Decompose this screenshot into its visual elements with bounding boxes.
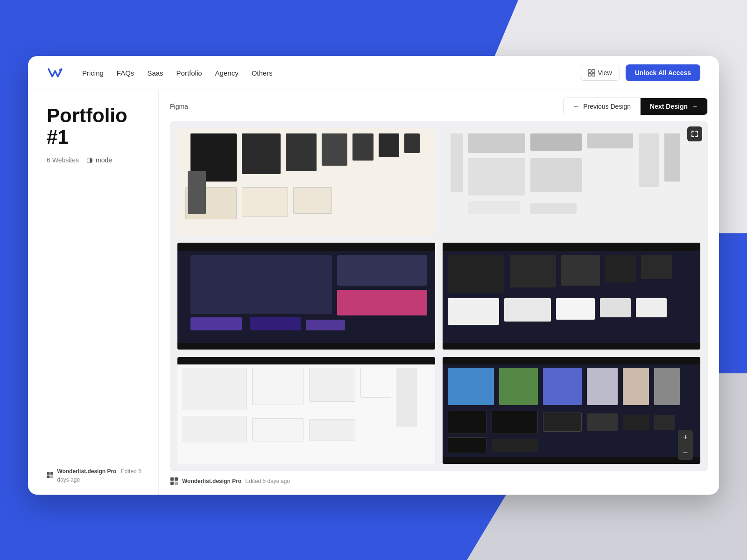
frame-3-content [177, 243, 435, 350]
bottom-brand: Wonderlist.design Pro [182, 478, 241, 484]
svg-rect-8 [50, 476, 53, 478]
nav-saas[interactable]: Saas [147, 69, 163, 77]
right-panel: Figma ← Previous Design Next Design → [159, 90, 719, 495]
nav-agency[interactable]: Agency [215, 69, 239, 77]
svg-rect-3 [588, 73, 591, 76]
navbar: Pricing FAQs Saas Portfolio Agency Other… [28, 56, 719, 90]
nav-others[interactable]: Others [252, 69, 273, 77]
expand-icon [691, 130, 698, 138]
nav-links: Pricing FAQs Saas Portfolio Agency Other… [82, 69, 565, 77]
frame-2 [443, 128, 700, 235]
unlock-button[interactable]: Unlock All Access [626, 64, 700, 81]
frame-5 [177, 357, 435, 464]
logo[interactable] [47, 66, 63, 79]
frame-3 [177, 243, 435, 350]
main-card: Pricing FAQs Saas Portfolio Agency Other… [28, 56, 719, 495]
left-panel: Portfolio #1 6 Websites ◑ mode Wonderl [28, 90, 159, 495]
prev-design-button[interactable]: ← Previous Design [563, 98, 641, 115]
website-count: 6 Websites [47, 156, 79, 164]
zoom-out-button[interactable]: − [678, 445, 693, 460]
svg-rect-5 [47, 472, 50, 475]
bottom-figma-icon [170, 477, 178, 485]
frame-1-content [177, 128, 435, 235]
footer-brand: Wonderlist.design Pro [57, 468, 118, 475]
arrow-right-icon: → [691, 103, 698, 110]
canvas-toolbar: Figma ← Previous Design Next Design → [159, 90, 719, 121]
frame-5-content [177, 357, 435, 464]
zoom-controls: + − [678, 430, 693, 460]
nav-faqs[interactable]: FAQs [117, 69, 134, 77]
nav-buttons: ← Previous Design Next Design → [563, 98, 708, 115]
frame-6 [443, 357, 700, 464]
svg-rect-9 [170, 477, 174, 481]
svg-rect-11 [170, 482, 174, 485]
svg-rect-7 [47, 476, 50, 478]
nav-portfolio[interactable]: Portfolio [176, 69, 202, 77]
frame-1 [177, 128, 435, 235]
grid-icon [588, 69, 595, 77]
frame-4-content [443, 243, 700, 350]
frame-6-content [443, 357, 700, 464]
bottom-edit: Edited 5 days ago [245, 478, 290, 484]
canvas-area: + − [170, 121, 708, 471]
next-design-button[interactable]: Next Design → [641, 98, 708, 115]
svg-point-0 [59, 69, 62, 71]
svg-rect-6 [50, 472, 53, 475]
zoom-in-button[interactable]: + [678, 430, 693, 445]
svg-rect-1 [588, 70, 591, 72]
prev-label: Previous Design [583, 103, 631, 110]
mode-icon: ◑ [86, 155, 93, 164]
svg-rect-2 [592, 70, 595, 72]
footer-text-group: Wonderlist.design Pro Edited 5 days ago [57, 467, 143, 483]
arrow-left-icon: ← [573, 103, 579, 110]
footer-info: Wonderlist.design Pro Edited 5 days ago [47, 467, 143, 483]
expand-button[interactable] [687, 126, 702, 141]
svg-rect-10 [175, 477, 178, 481]
logo-icon [47, 66, 63, 79]
bottom-bar: Wonderlist.design Pro Edited 5 days ago [159, 471, 719, 495]
page-meta: 6 Websites ◑ mode [47, 155, 143, 164]
nav-pricing[interactable]: Pricing [82, 69, 104, 77]
svg-rect-12 [175, 482, 178, 485]
view-button[interactable]: View [580, 65, 620, 81]
frame-4 [443, 243, 700, 350]
page-title: Portfolio #1 [47, 105, 143, 148]
next-label: Next Design [650, 103, 688, 110]
figma-label: Figma [170, 103, 188, 110]
footer-logo-icon [47, 471, 53, 479]
nav-actions: View Unlock All Access [580, 64, 700, 81]
mode-label: mode [96, 156, 112, 164]
svg-rect-4 [592, 73, 595, 76]
mode-toggle[interactable]: ◑ mode [86, 155, 112, 164]
frame-2-content [443, 128, 700, 235]
content: Portfolio #1 6 Websites ◑ mode Wonderl [28, 90, 719, 495]
view-button-label: View [598, 69, 612, 77]
